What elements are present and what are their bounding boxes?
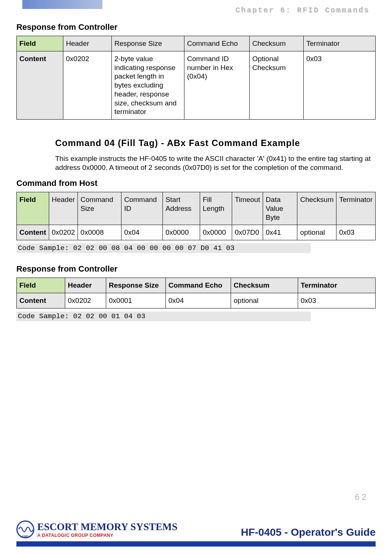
- response-table-1: Field Header Response Size Command Echo …: [16, 36, 376, 120]
- cell-fill-length: Fill Length: [200, 192, 232, 225]
- cell-command-size: 0x0008: [78, 225, 121, 240]
- response-table-2: Field Header Response Size Command Echo …: [16, 278, 376, 308]
- cell-timeout: 0x07D0: [232, 225, 263, 240]
- cell-header: Header: [49, 192, 78, 225]
- table-row: Content 0x0202 0x0008 0x04 0x0000 0x0000…: [17, 225, 376, 240]
- table-row: Content 0x0202 0x0001 0x04 optional 0x03: [17, 293, 376, 308]
- cell-start-address: Start Address: [163, 192, 200, 225]
- command-heading: Command 04 (Fill Tag) - ABx Fast Command…: [55, 137, 376, 150]
- wave-icon: [18, 524, 33, 535]
- code-sample-2: Code Sample: 02 02 00 01 04 03: [16, 311, 311, 321]
- cell-command-id: Command ID: [121, 192, 163, 225]
- cell-terminator: 0x03: [336, 225, 376, 240]
- cell-checksum: Checksum: [297, 192, 336, 225]
- ems-logo-icon: EMS: [16, 520, 34, 538]
- cell-terminator: Terminator: [304, 36, 376, 51]
- cell-field: Content: [17, 225, 49, 240]
- cell-data-value-byte: 0x41: [263, 225, 297, 240]
- cell-start-address: 0x0000: [163, 225, 200, 240]
- footer: EMS ESCORT MEMORY SYSTEMS A DATALOGIC GR…: [16, 520, 376, 547]
- logo-block: EMS ESCORT MEMORY SYSTEMS A DATALOGIC GR…: [16, 520, 177, 538]
- cell-header: 0x0202: [65, 293, 106, 308]
- logo-text: ESCORT MEMORY SYSTEMS A DATALOGIC GROUP …: [37, 521, 177, 538]
- cell-header: 0x0202: [63, 51, 112, 119]
- cell-command-echo: Command ID number in Hex (0x04): [184, 51, 250, 119]
- cell-field: Field: [17, 36, 63, 51]
- cell-command-echo: Command Echo: [166, 278, 231, 293]
- table-row: Content 0x0202 2-byte value indicating r…: [17, 51, 376, 119]
- command-description: This example instructs the HF-0405 to wr…: [55, 154, 372, 172]
- cell-response-size: Response Size: [112, 36, 184, 51]
- header-gradient: [22, 0, 102, 9]
- cell-checksum: Optional Checksum: [250, 51, 304, 119]
- cell-terminator: Terminator: [298, 278, 376, 293]
- header-bar: Chapter 6: RFID Commands: [22, 0, 370, 9]
- logo-main-text: ESCORT MEMORY SYSTEMS: [37, 521, 177, 533]
- cell-command-echo: 0x04: [166, 293, 231, 308]
- ems-text: EMS: [22, 535, 28, 538]
- cell-terminator: Terminator: [336, 192, 376, 225]
- cell-field: Field: [17, 192, 49, 225]
- logo-sub-text: A DATALOGIC GROUP COMPANY: [37, 533, 177, 538]
- guide-title: HF-0405 - Operator's Guide: [241, 526, 376, 538]
- cell-field: Content: [17, 293, 65, 308]
- page-number: 62: [354, 493, 368, 503]
- page-content: Response from Controller Field Header Re…: [16, 22, 376, 332]
- cell-command-size: Command Size: [78, 192, 121, 225]
- response-heading-2: Response from Controller: [16, 264, 376, 274]
- chapter-label: Chapter 6: RFID Commands: [235, 6, 370, 15]
- cell-checksum: optional: [297, 225, 336, 240]
- host-heading: Command from Host: [16, 178, 376, 188]
- table-row: Field Header Response Size Command Echo …: [17, 278, 376, 293]
- cell-response-size: 2-byte value indicating response packet …: [112, 51, 184, 119]
- cell-checksum: Checksum: [231, 278, 298, 293]
- cell-header: Header: [63, 36, 112, 51]
- table-row: Field Header Command Size Command ID Sta…: [17, 192, 376, 225]
- table-row: Field Header Response Size Command Echo …: [17, 36, 376, 51]
- cell-data-value-byte: Data Value Byte: [263, 192, 297, 225]
- cell-fill-length: 0x0000: [200, 225, 232, 240]
- response-heading-1: Response from Controller: [16, 22, 376, 32]
- cell-command-id: 0x04: [121, 225, 163, 240]
- cell-command-echo: Command Echo: [184, 36, 250, 51]
- cell-checksum: optional: [231, 293, 298, 308]
- cell-response-size: Response Size: [106, 278, 166, 293]
- cell-field: Content: [17, 51, 63, 119]
- cell-terminator: 0x03: [298, 293, 376, 308]
- host-command-table: Field Header Command Size Command ID Sta…: [16, 192, 376, 240]
- footer-row: EMS ESCORT MEMORY SYSTEMS A DATALOGIC GR…: [16, 520, 376, 538]
- cell-header: 0x0202: [49, 225, 78, 240]
- cell-response-size: 0x0001: [106, 293, 166, 308]
- code-sample-1: Code Sample: 02 02 00 08 04 00 00 00 00 …: [16, 243, 311, 253]
- cell-field: Field: [17, 278, 65, 293]
- cell-terminator: 0x03: [304, 51, 376, 119]
- footer-bar: [16, 541, 376, 547]
- cell-header: Header: [65, 278, 106, 293]
- cell-timeout: Timeout: [232, 192, 263, 225]
- cell-checksum: Checksum: [250, 36, 304, 51]
